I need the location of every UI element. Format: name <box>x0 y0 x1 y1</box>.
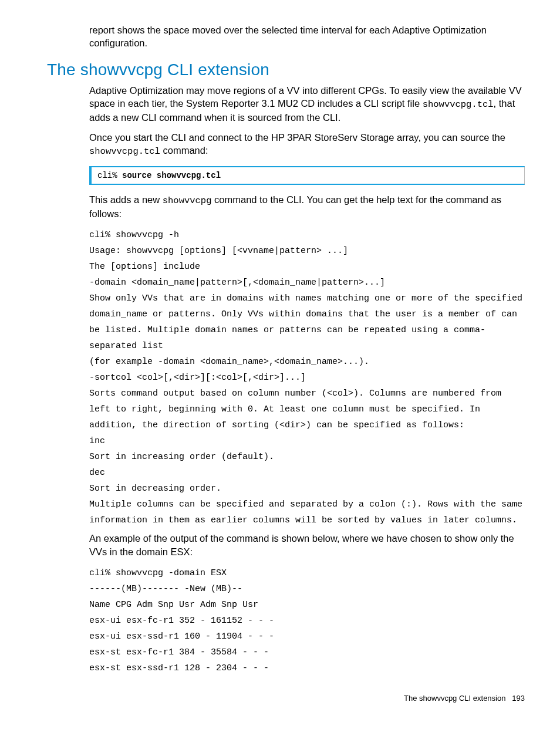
code-box: cli% source showvvcpg.tcl <box>89 166 525 185</box>
para3-text-before: This adds a new <box>89 194 163 205</box>
paragraph-1: Adaptive Optimization may move regions o… <box>35 84 525 124</box>
para2-text-before: Once you start the CLI and connect to th… <box>89 132 505 143</box>
para2-code: showvvcpg.tcl <box>89 146 160 157</box>
para2-text-after: command: <box>160 145 208 156</box>
intro-paragraph: report shows the space moved over the se… <box>35 23 525 50</box>
code-prompt: cli% <box>97 171 122 180</box>
footer-page-number: 193 <box>512 694 525 703</box>
section-heading: The showvvcpg CLI extension <box>35 60 525 79</box>
paragraph-3: This adds a new showvvcpg command to the… <box>35 193 525 220</box>
code-command: source showvvcpg.tcl <box>122 171 221 180</box>
paragraph-4: An example of the output of the command … <box>35 532 525 558</box>
page-footer: The showvvcpg CLI extension 193 <box>35 694 525 703</box>
para1-code: showvvcpg.tcl <box>423 99 494 110</box>
example-output-block: cli% showvvcpg -domain ESX ------(MB)---… <box>35 565 525 676</box>
paragraph-2: Once you start the CLI and connect to th… <box>35 131 525 158</box>
help-output-block: cli% showvvcpg -h Usage: showvvcpg [opti… <box>35 227 525 528</box>
para3-code: showvvcpg <box>163 195 212 206</box>
footer-title: The showvvcpg CLI extension <box>404 694 505 703</box>
